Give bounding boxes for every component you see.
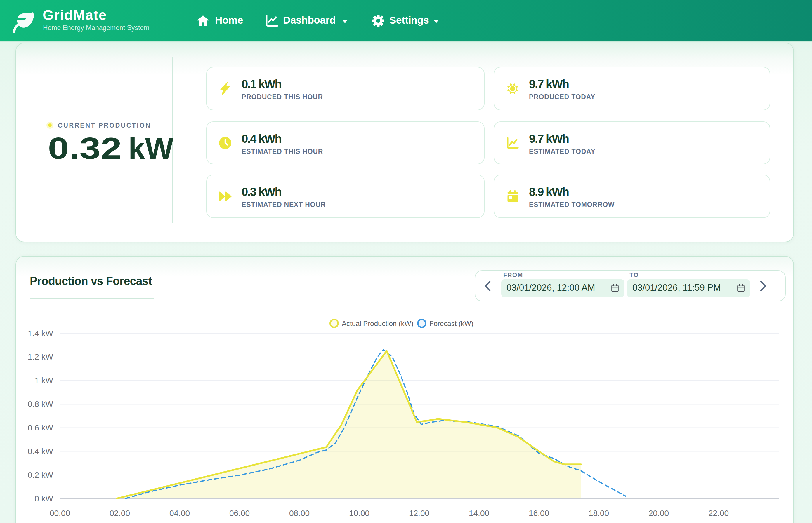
svg-text:0.8 kW: 0.8 kW [28,399,53,409]
svg-text:08:00: 08:00 [289,509,310,518]
svg-text:1.2 kW: 1.2 kW [28,352,53,361]
svg-text:0.6 kW: 0.6 kW [28,423,53,432]
svg-text:02:00: 02:00 [109,509,130,518]
svg-text:06:00: 06:00 [229,509,250,518]
svg-text:04:00: 04:00 [169,509,190,518]
svg-text:14:00: 14:00 [469,509,489,518]
svg-text:22:00: 22:00 [708,509,729,518]
svg-text:0.4 kW: 0.4 kW [28,447,53,456]
svg-text:Actual Production (kW): Actual Production (kW) [342,320,413,327]
svg-text:0 kW: 0 kW [34,494,53,503]
svg-text:10:00: 10:00 [349,509,369,518]
svg-text:20:00: 20:00 [649,509,669,518]
svg-text:1 kW: 1 kW [34,376,53,385]
svg-text:00:00: 00:00 [50,509,70,518]
svg-text:16:00: 16:00 [529,509,549,518]
svg-text:18:00: 18:00 [589,509,609,518]
svg-text:0.2 kW: 0.2 kW [28,470,53,480]
svg-text:Forecast (kW): Forecast (kW) [429,320,473,327]
svg-text:12:00: 12:00 [409,509,429,518]
svg-text:1.4 kW: 1.4 kW [28,329,53,338]
